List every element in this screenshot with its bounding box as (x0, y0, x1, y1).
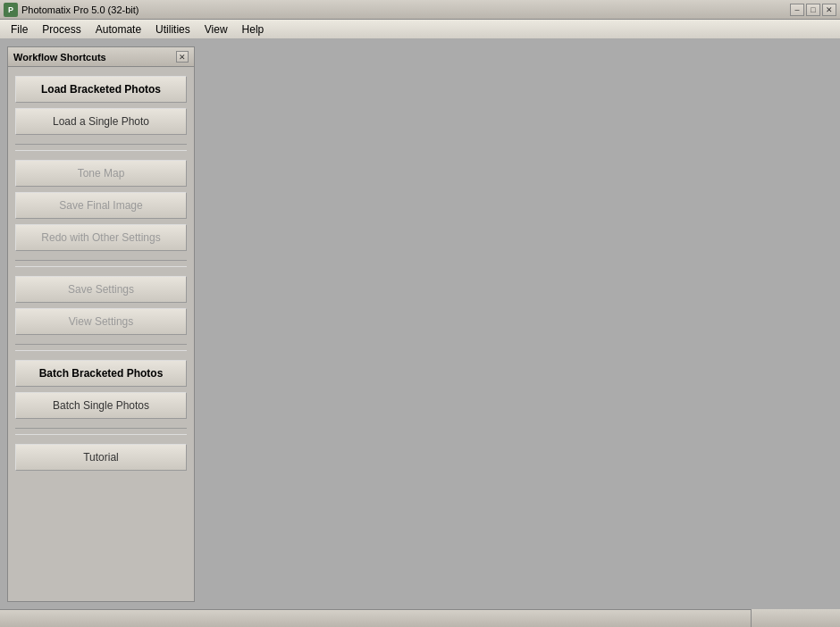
divider-4 (15, 428, 187, 435)
view-settings-button[interactable]: View Settings (15, 308, 187, 335)
workflow-panel: Workflow Shortcuts ✕ Load Bracketed Phot… (7, 46, 195, 602)
batch-single-button[interactable]: Batch Single Photos (15, 392, 187, 419)
redo-settings-button[interactable]: Redo with Other Settings (15, 224, 187, 251)
content-area (202, 39, 840, 609)
title-bar-controls: – □ ✕ (790, 4, 836, 16)
panel-header: Workflow Shortcuts ✕ (8, 47, 194, 67)
divider-3 (15, 344, 187, 351)
tutorial-button[interactable]: Tutorial (15, 444, 187, 471)
tone-map-button[interactable]: Tone Map (15, 160, 187, 187)
load-single-button[interactable]: Load a Single Photo (15, 108, 187, 135)
save-settings-button[interactable]: Save Settings (15, 276, 187, 303)
menu-process[interactable]: Process (35, 21, 88, 38)
maximize-button[interactable]: □ (806, 4, 820, 16)
app-icon: P (4, 3, 18, 17)
menu-bar: File Process Automate Utilities View Hel… (0, 20, 840, 39)
menu-view[interactable]: View (197, 21, 235, 38)
menu-file[interactable]: File (4, 21, 35, 38)
minimize-button[interactable]: – (790, 4, 804, 16)
menu-help[interactable]: Help (235, 21, 272, 38)
title-bar-left: P Photomatix Pro 5.0 (32-bit) (4, 3, 139, 17)
app-icon-text: P (8, 5, 13, 14)
panel-title: Workflow Shortcuts (13, 52, 106, 63)
close-button[interactable]: ✕ (822, 4, 836, 16)
divider-2 (15, 260, 187, 267)
load-bracketed-button[interactable]: Load Bracketed Photos (15, 76, 187, 103)
panel-content: Load Bracketed Photos Load a Single Phot… (8, 67, 194, 601)
divider-1 (15, 144, 187, 151)
scrollbar[interactable] (751, 609, 840, 627)
title-bar-text: Photomatix Pro 5.0 (32-bit) (21, 4, 139, 15)
title-bar: P Photomatix Pro 5.0 (32-bit) – □ ✕ (0, 0, 840, 20)
menu-utilities[interactable]: Utilities (148, 21, 197, 38)
main-area: Workflow Shortcuts ✕ Load Bracketed Phot… (0, 39, 840, 609)
panel-close-button[interactable]: ✕ (176, 51, 189, 63)
batch-bracketed-button[interactable]: Batch Bracketed Photos (15, 360, 187, 387)
status-bar (0, 609, 840, 627)
menu-automate[interactable]: Automate (88, 21, 148, 38)
save-final-button[interactable]: Save Final Image (15, 192, 187, 219)
